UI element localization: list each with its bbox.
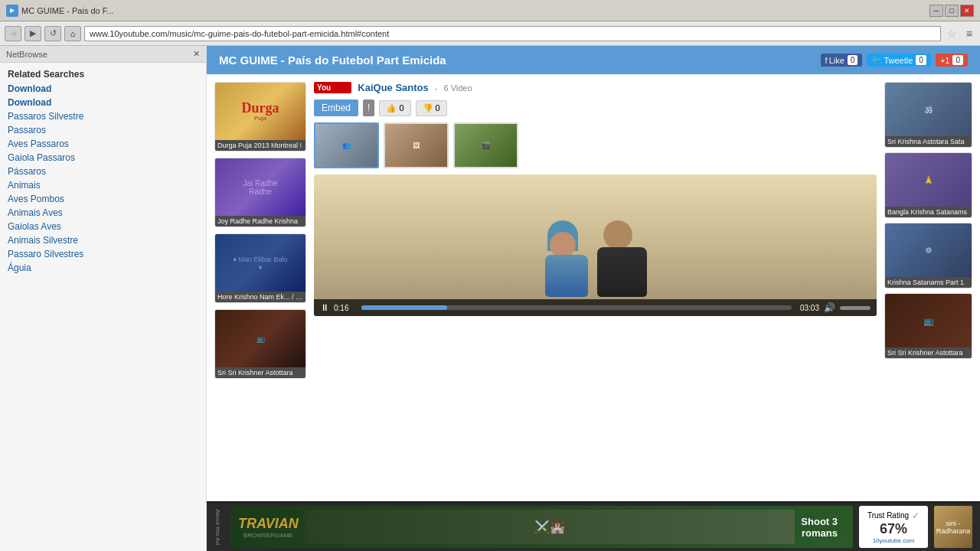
sidebar-link-passaros2[interactable]: Pássaros <box>8 165 198 178</box>
travian-cta: Shoot 3romans <box>801 516 845 539</box>
sidebar-link-passaro-silvestres[interactable]: Passaro Silvestres <box>8 248 198 260</box>
list-item[interactable]: ♦ Man Ekbar Balo♦ Hore Krishno Nam Ek...… <box>214 233 306 303</box>
list-item[interactable]: ☸ Krishna Satanams Part 1 <box>884 223 972 289</box>
sidebar-link-animais[interactable]: Animais <box>8 179 198 191</box>
right-thumb-label-4: Sri Sri Krishner Astottara <box>885 347 972 358</box>
play-pause-button[interactable]: ⏸ <box>320 302 329 313</box>
title-bar: ▶ MC GUIME - Pais do F... ─ □ ✕ <box>0 0 980 21</box>
right-thumb-label-3: Krishna Satanams Part 1 <box>885 277 972 288</box>
list-item[interactable]: 📺 Sri Sri Krishner Astottara <box>214 309 306 379</box>
forward-button[interactable]: ▶ <box>24 26 41 41</box>
sidebar-links: Download Download Passaros Silvestre Pas… <box>0 83 206 274</box>
checkmark-icon: ✓ <box>912 510 920 521</box>
dislike-button[interactable]: 👎 0 <box>416 100 447 116</box>
thumbnail-durga: Durga Puja <box>215 83 305 140</box>
sidebar-link-aves-passaros[interactable]: Aves Passaros <box>8 138 198 150</box>
youtube-logo: YouTube <box>314 82 351 93</box>
volume-bar[interactable] <box>840 306 871 310</box>
tweet-label: Tweetle <box>884 56 913 65</box>
dislike-count: 0 <box>436 103 440 112</box>
content-wrapper: MC GUIME - País do Futebol Part Emicida … <box>207 46 980 551</box>
list-item[interactable]: Durga Puja Durga Puja 2013 Montreal ! <box>214 82 306 152</box>
travian-subtitle: BROWSERGAME <box>243 532 293 539</box>
page-title: MC GUIME - País do Futebol Part Emicida <box>219 54 446 67</box>
thumbnail-label-hore: Hore Krishno Nam Ek... / Ore <box>215 292 305 302</box>
right-ad-label: sini - Radharana <box>934 506 972 548</box>
progress-bar[interactable] <box>361 305 792 310</box>
you-text: You <box>317 83 331 92</box>
sidebar-link-animais-silvestre[interactable]: Animais Silvestre <box>8 234 198 246</box>
sidebar-link-aves-pombos[interactable]: Aves Pombos <box>8 193 198 205</box>
browser-content: NetBrowse ✕ Related Searches Download Do… <box>0 46 980 551</box>
menu-icon[interactable]: ≡ <box>963 28 975 40</box>
sidebar-link-animais-aves[interactable]: Animais Aves <box>8 207 198 219</box>
sidebar-link-gaiola-passaros[interactable]: Gaiola Passaros <box>8 152 198 164</box>
like-count: 0 <box>848 55 858 65</box>
right-thumb-label-2: Bangla Krishna Satanams <box>885 207 972 217</box>
video-player: ⏸ 0:16 03:03 🔊 <box>314 174 877 316</box>
sidebar-title: NetBrowse <box>6 50 47 59</box>
address-bar[interactable]: www.10youtube.com/music/mc-guime-pais-do… <box>84 26 941 41</box>
window-controls: ─ □ ✕ <box>929 5 974 17</box>
right-thumbnail-4: 📺 <box>885 294 972 347</box>
thumbnail-sri: 📺 <box>215 310 305 367</box>
home-button[interactable]: ⌂ <box>64 26 81 41</box>
list-item[interactable]: 🕉 Sri Krishna Astotara Sata <box>884 82 972 148</box>
tube-text: Tube <box>331 83 348 92</box>
ad-bar: About this Ad TRAVIAN BROWSERGAME ⚔️🏰 Sh… <box>207 501 980 551</box>
video-thumb-2[interactable]: 🖼 <box>384 122 449 168</box>
current-time: 0:16 <box>334 304 357 312</box>
thumbnail-label-sri: Sri Sri Krishner Astottara <box>215 367 305 378</box>
refresh-button[interactable]: ↺ <box>44 26 61 41</box>
gplus-button[interactable]: +1 0 <box>936 54 968 67</box>
right-thumbnail-1: 🕉 <box>885 83 972 136</box>
gplus-label: +1 <box>940 56 950 65</box>
like-count: 0 <box>399 103 403 112</box>
back-button[interactable]: ◀ <box>5 26 21 41</box>
close-button[interactable]: ✕ <box>960 5 974 17</box>
sidebar-link-download2[interactable]: Download <box>8 96 198 109</box>
thumbs-down-icon: 👎 <box>423 103 433 113</box>
channel-name[interactable]: KaiQue Santos <box>358 82 428 93</box>
duration: 03:03 <box>796 304 819 312</box>
right-ad-thumbnail[interactable]: sini - Radharana <box>934 506 972 548</box>
main-content: MC GUIME - País do Futebol Part Emicida … <box>207 46 980 551</box>
minimize-button[interactable]: ─ <box>929 5 943 17</box>
channel-info: YouTube KaiQue Santos - 6 Video <box>314 82 877 93</box>
sidebar-link-gaiolas-aves[interactable]: Gaiolas Aves <box>8 220 198 233</box>
trust-rating-widget: Trust Rating ✓ 67% 10youtube.com <box>859 506 928 548</box>
action-bar: Embed ! 👍 0 👎 0 <box>314 99 877 116</box>
sidebar-link-aguia[interactable]: Águia <box>8 262 198 274</box>
right-panel: 🕉 Sri Krishna Astotara Sata 🙏 Bangla Kri… <box>884 82 972 379</box>
dash-separator: - <box>435 83 438 93</box>
volume-icon[interactable]: 🔊 <box>824 302 835 313</box>
sidebar-close-button[interactable]: ✕ <box>193 49 200 59</box>
like-label: Like <box>829 56 844 65</box>
exclamation-button[interactable]: ! <box>363 99 374 116</box>
list-item[interactable]: Jai RadheRadhe Joy Radhe Radhe Krishna <box>214 158 306 227</box>
video-thumb-1[interactable]: 👥 <box>314 122 379 168</box>
travian-scene-image: ⚔️🏰 <box>305 510 795 544</box>
twitter-button[interactable]: 🐦 Tweetle 0 <box>867 54 930 67</box>
tweet-count: 0 <box>916 55 926 65</box>
like-button[interactable]: 👍 0 <box>379 100 410 116</box>
facebook-like-button[interactable]: f Like 0 <box>821 54 863 67</box>
sidebar-link-download1[interactable]: Download <box>8 83 198 95</box>
list-item[interactable]: 🙏 Bangla Krishna Satanams <box>884 152 972 218</box>
embed-button[interactable]: Embed <box>314 99 358 116</box>
maximize-button[interactable]: □ <box>945 5 959 17</box>
trust-value: 67% <box>880 521 907 537</box>
sidebar: NetBrowse ✕ Related Searches Download Do… <box>0 46 207 551</box>
thumbnail-hore: ♦ Man Ekbar Balo♦ <box>215 234 305 292</box>
list-item[interactable]: 📺 Sri Sri Krishner Astottara <box>884 293 972 359</box>
travian-ad[interactable]: TRAVIAN BROWSERGAME ⚔️🏰 Shoot 3romans <box>230 506 853 548</box>
travian-logo: TRAVIAN <box>238 516 299 532</box>
browser-favicon: ▶ <box>6 5 18 17</box>
bookmark-icon[interactable]: ☆ <box>944 28 960 40</box>
sidebar-link-passaros-silvestre[interactable]: Passaros Silvestre <box>8 110 198 122</box>
sidebar-link-passaros[interactable]: Passaros <box>8 124 198 136</box>
video-scene <box>314 174 877 316</box>
right-thumbnail-2: 🙏 <box>885 153 972 207</box>
video-thumb-3[interactable]: 🎬 <box>453 122 518 168</box>
content-area: Durga Puja Durga Puja 2013 Montreal ! Ja… <box>207 74 980 386</box>
